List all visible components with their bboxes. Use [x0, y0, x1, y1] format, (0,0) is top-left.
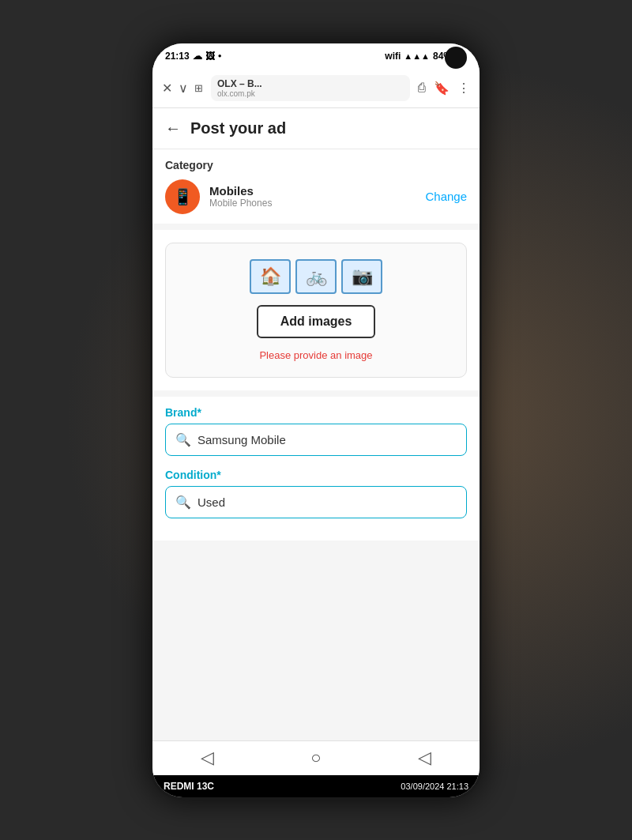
status-time: 21:13: [165, 51, 190, 62]
tabs-icon[interactable]: ⊞: [194, 82, 203, 94]
page-title: Post your ad: [190, 119, 286, 137]
search-icon-brand: 🔍: [175, 432, 191, 447]
change-button[interactable]: Change: [425, 190, 467, 203]
bottom-nav: ◁ ○ ◁: [152, 740, 480, 775]
status-left: 21:13 ☁ 🖼 ●: [165, 51, 222, 62]
add-images-button[interactable]: Add images: [257, 305, 376, 338]
page-url: olx.com.pk: [217, 89, 262, 98]
nav-home-icon[interactable]: ○: [310, 748, 321, 768]
signal-icon: ▲▲▲: [404, 51, 430, 61]
image-thumbnails: 🏠 🚲 📷: [250, 259, 382, 294]
category-section: Category 📱 Mobiles Mobile Phones Change: [152, 149, 480, 224]
dot-icon: ●: [218, 52, 222, 59]
brand-label: Brand*: [165, 406, 467, 419]
close-icon[interactable]: ✕: [162, 81, 172, 96]
image-icon: 🖼: [205, 51, 215, 62]
image-section: 🏠 🚲 📷 Add images Please provide an image: [152, 230, 480, 390]
share-icon[interactable]: ⎙: [418, 81, 426, 95]
fields-section: Brand* 🔍 Condition* 🔍: [152, 397, 480, 541]
page-header: ← Post your ad: [152, 108, 480, 149]
condition-label: Condition*: [165, 469, 467, 481]
category-row: 📱 Mobiles Mobile Phones Change: [165, 179, 467, 214]
search-icon-condition: 🔍: [175, 495, 191, 510]
mobile-icon: 📱: [173, 187, 193, 206]
category-text: Mobiles Mobile Phones: [209, 184, 272, 209]
condition-field-group: Condition* 🔍: [165, 469, 467, 518]
thumb-bike: 🚲: [295, 259, 337, 294]
thumb-house: 🏠: [250, 259, 291, 294]
browser-actions: ⎙ 🔖 ⋮: [418, 81, 470, 96]
address-bar[interactable]: OLX – B... olx.com.pk: [211, 75, 410, 101]
datetime-label: 03/09/2024 21:13: [401, 782, 468, 791]
category-icon: 📱: [165, 179, 200, 214]
condition-input[interactable]: [198, 495, 457, 509]
condition-input-wrapper[interactable]: 🔍: [165, 486, 467, 518]
device-label: REDMI 13C: [164, 781, 214, 792]
brand-field-group: Brand* 🔍: [165, 406, 467, 456]
thumb-camera: 📷: [341, 259, 382, 294]
brand-input[interactable]: [198, 433, 457, 446]
browser-bar: ✕ ∨ ⊞ OLX – B... olx.com.pk ⎙ 🔖 ⋮: [152, 69, 480, 108]
nav-recents-icon[interactable]: ◁: [418, 748, 431, 768]
front-camera: [445, 47, 467, 69]
page-content: ← Post your ad Category 📱 Mobiles Mobile…: [152, 108, 480, 740]
phone-frame: 21:13 ☁ 🖼 ● wifi ▲▲▲ 84% 🔋 ✕ ∨ ⊞ O: [150, 41, 482, 800]
browser-controls: ✕ ∨ ⊞: [162, 81, 203, 96]
status-bar: 21:13 ☁ 🖼 ● wifi ▲▲▲ 84% 🔋: [152, 43, 480, 69]
image-upload-box: 🏠 🚲 📷 Add images Please provide an image: [165, 243, 467, 378]
page-tab-title: OLX – B...: [217, 78, 262, 89]
image-error-text: Please provide an image: [259, 349, 372, 361]
more-icon[interactable]: ⋮: [457, 81, 470, 96]
category-label: Category: [165, 159, 467, 171]
cloud-icon: ☁: [193, 51, 202, 62]
brand-input-wrapper[interactable]: 🔍: [165, 424, 467, 456]
chevron-down-icon[interactable]: ∨: [179, 81, 188, 96]
wifi-icon: wifi: [385, 51, 401, 62]
category-name: Mobiles: [209, 184, 272, 198]
nav-back-icon[interactable]: ◁: [201, 748, 214, 768]
category-sub: Mobile Phones: [209, 198, 272, 209]
back-button[interactable]: ←: [165, 119, 181, 137]
bookmark-icon[interactable]: 🔖: [434, 81, 450, 96]
bottom-label-bar: REDMI 13C 03/09/2024 21:13: [152, 775, 480, 797]
category-info: 📱 Mobiles Mobile Phones: [165, 179, 272, 214]
phone-screen: 21:13 ☁ 🖼 ● wifi ▲▲▲ 84% 🔋 ✕ ∨ ⊞ O: [152, 43, 480, 797]
